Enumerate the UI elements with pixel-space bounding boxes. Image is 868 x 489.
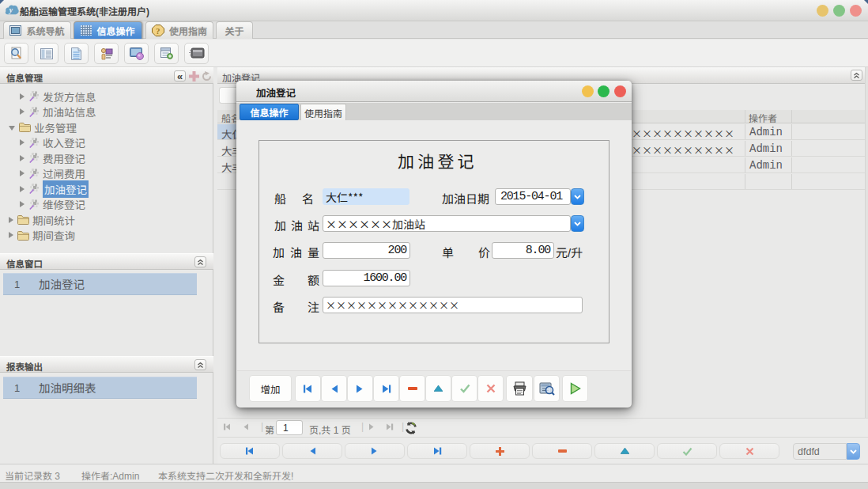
svg-text:?: ? [156, 26, 160, 36]
svg-text:y: y [9, 6, 13, 14]
